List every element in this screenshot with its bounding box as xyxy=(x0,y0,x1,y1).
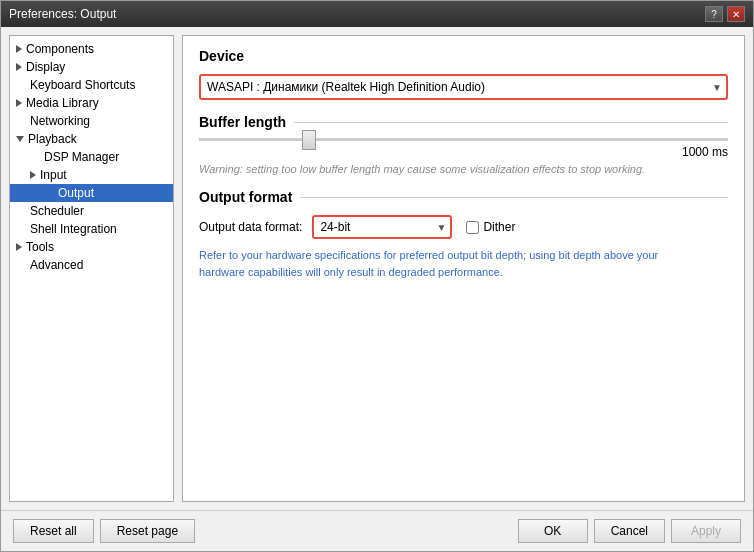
sidebar-item-label: Playback xyxy=(28,132,77,146)
dither-checkbox[interactable] xyxy=(466,221,479,234)
sidebar-item-label: Components xyxy=(26,42,94,56)
sidebar-item-output[interactable]: Output xyxy=(10,184,173,202)
sidebar-item-networking[interactable]: Networking xyxy=(10,112,173,130)
triangle-icon xyxy=(16,99,22,107)
triangle-icon xyxy=(16,45,22,53)
sidebar-item-label: Display xyxy=(26,60,65,74)
buffer-section-title: Buffer length xyxy=(199,114,286,130)
output-format-section: Output format Output data format: 8-bit … xyxy=(199,189,728,280)
device-section-title: Device xyxy=(199,48,728,64)
output-data-format-label: Output data format: xyxy=(199,220,302,234)
window-title: Preferences: Output xyxy=(9,7,116,21)
output-data-format-dropdown-wrapper: 8-bit 16-bit 24-bit 32-bit ▼ xyxy=(312,215,452,239)
sidebar-item-label: Scheduler xyxy=(30,204,84,218)
close-button[interactable]: ✕ xyxy=(727,6,745,22)
sidebar-item-label: Input xyxy=(40,168,67,182)
buffer-warning-text: Warning: setting too low buffer length m… xyxy=(199,163,728,175)
sidebar-item-shell-integration[interactable]: Shell Integration xyxy=(10,220,173,238)
apply-button[interactable]: Apply xyxy=(671,519,741,543)
title-bar-buttons: ? ✕ xyxy=(705,6,745,22)
sidebar: ComponentsDisplayKeyboard ShortcutsMedia… xyxy=(9,35,174,502)
format-info-text: Refer to your hardware specifications fo… xyxy=(199,247,659,280)
buffer-section: Buffer length 1000 ms Warning: setting t… xyxy=(199,114,728,175)
triangle-icon xyxy=(16,63,22,71)
bottom-right-buttons: OK Cancel Apply xyxy=(518,519,741,543)
device-dropdown-wrapper: WASAPI : Динамики (Realtek High Definiti… xyxy=(199,74,728,100)
triangle-icon xyxy=(16,243,22,251)
sidebar-item-components[interactable]: Components xyxy=(10,40,173,58)
bottom-bar: Reset all Reset page OK Cancel Apply xyxy=(1,510,753,551)
reset-all-button[interactable]: Reset all xyxy=(13,519,94,543)
sidebar-item-label: Output xyxy=(58,186,94,200)
dither-row: Dither xyxy=(466,220,515,234)
sidebar-item-label: Shell Integration xyxy=(30,222,117,236)
sidebar-item-label: Networking xyxy=(30,114,90,128)
buffer-slider-row xyxy=(199,138,728,141)
preferences-window: Preferences: Output ? ✕ ComponentsDispla… xyxy=(0,0,754,552)
sidebar-item-dsp-manager[interactable]: DSP Manager xyxy=(10,148,173,166)
format-row: Output data format: 8-bit 16-bit 24-bit … xyxy=(199,215,728,239)
triangle-icon xyxy=(16,136,24,142)
sidebar-item-label: Tools xyxy=(26,240,54,254)
sidebar-item-label: Media Library xyxy=(26,96,99,110)
sidebar-item-label: Advanced xyxy=(30,258,83,272)
output-format-section-title: Output format xyxy=(199,189,292,205)
cancel-button[interactable]: Cancel xyxy=(594,519,665,543)
reset-page-button[interactable]: Reset page xyxy=(100,519,195,543)
buffer-length-slider[interactable] xyxy=(199,138,728,141)
device-dropdown[interactable]: WASAPI : Динамики (Realtek High Definiti… xyxy=(199,74,728,100)
sidebar-item-advanced[interactable]: Advanced xyxy=(10,256,173,274)
dither-label: Dither xyxy=(483,220,515,234)
bottom-left-buttons: Reset all Reset page xyxy=(13,519,195,543)
sidebar-item-scheduler[interactable]: Scheduler xyxy=(10,202,173,220)
main-panel: Device WASAPI : Динамики (Realtek High D… xyxy=(182,35,745,502)
sidebar-item-playback[interactable]: Playback xyxy=(10,130,173,148)
sidebar-item-media-library[interactable]: Media Library xyxy=(10,94,173,112)
sidebar-item-display[interactable]: Display xyxy=(10,58,173,76)
output-data-format-dropdown[interactable]: 8-bit 16-bit 24-bit 32-bit xyxy=(312,215,452,239)
sidebar-item-label: Keyboard Shortcuts xyxy=(30,78,135,92)
sidebar-item-keyboard-shortcuts[interactable]: Keyboard Shortcuts xyxy=(10,76,173,94)
sidebar-item-tools[interactable]: Tools xyxy=(10,238,173,256)
ok-button[interactable]: OK xyxy=(518,519,588,543)
sidebar-item-label: DSP Manager xyxy=(44,150,119,164)
title-bar: Preferences: Output ? ✕ xyxy=(1,1,753,27)
triangle-icon xyxy=(30,171,36,179)
help-button[interactable]: ? xyxy=(705,6,723,22)
content-area: ComponentsDisplayKeyboard ShortcutsMedia… xyxy=(1,27,753,510)
sidebar-item-input[interactable]: Input xyxy=(10,166,173,184)
